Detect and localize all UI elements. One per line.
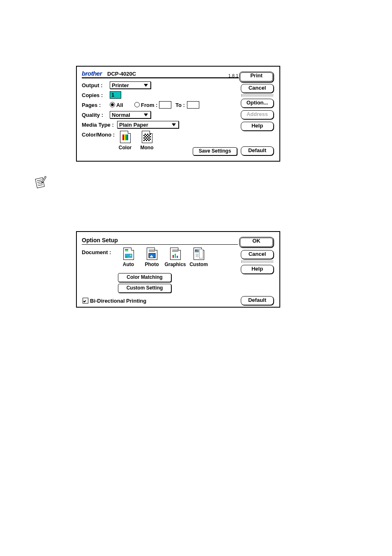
help-button[interactable]: Help [241, 265, 274, 274]
print-dialog: brother DCP-4020C 1.8.1 Output : Copies … [76, 66, 280, 162]
copies-label: Copies : [82, 92, 103, 98]
separator [241, 95, 273, 96]
pages-to-label: To : [175, 102, 185, 108]
svg-rect-7 [125, 249, 128, 250]
photo-doc-icon [147, 248, 157, 260]
pages-to-input[interactable] [187, 101, 199, 109]
document-label: Document : [82, 249, 111, 255]
doc-photo-button[interactable]: Photo [141, 248, 163, 267]
checkbox-icon [83, 298, 88, 303]
output-value: Printer [112, 82, 129, 88]
doc-auto-button[interactable]: Auto [117, 248, 140, 267]
svg-point-11 [130, 255, 131, 256]
output-label: Output : [82, 82, 103, 88]
color-matching-button[interactable]: Color Matching [118, 273, 171, 282]
address-button[interactable]: Address [241, 110, 274, 119]
colormono-label: Color/Mono : [82, 132, 115, 138]
svg-rect-18 [173, 255, 174, 258]
note-icon [34, 176, 48, 190]
pages-all-radio[interactable]: All [110, 102, 123, 108]
media-label: Media Type : [82, 122, 114, 128]
copies-value: 1 [111, 92, 114, 98]
svg-rect-20 [177, 256, 178, 258]
media-value: Plain Paper [119, 122, 148, 128]
header-rule [82, 77, 239, 79]
title-rule [82, 244, 238, 245]
svg-rect-23 [196, 251, 198, 252]
separator [241, 261, 273, 262]
chevron-down-icon [172, 123, 176, 126]
quality-value: Normal [112, 112, 130, 118]
doc-graphics-button[interactable]: Graphics [164, 248, 187, 267]
chevron-down-icon [144, 114, 148, 116]
print-button[interactable]: Print [239, 72, 274, 82]
color-page-icon [120, 131, 131, 143]
custom-setting-button[interactable]: Custom Setting [118, 284, 171, 293]
svg-rect-8 [125, 250, 128, 251]
option-setup-title: Option Setup [82, 237, 118, 243]
brother-logo: brother [82, 70, 102, 77]
media-select[interactable]: Plain Paper [117, 121, 179, 128]
option-setup-dialog: Option Setup Document : Auto [76, 231, 280, 308]
bidirectional-checkbox[interactable]: Bi-Directional Printing [83, 298, 146, 304]
graphics-doc-icon [170, 248, 181, 260]
copies-input[interactable]: 1 [110, 91, 121, 99]
default-button[interactable]: Default [241, 146, 274, 155]
auto-caption: Auto [117, 262, 140, 267]
option-button[interactable]: Option... [241, 99, 274, 108]
custom-doc-icon [194, 248, 204, 260]
doc-custom-button[interactable]: Custom [187, 248, 210, 267]
auto-doc-icon [123, 248, 134, 260]
default-button[interactable]: Default [241, 296, 274, 305]
ok-button[interactable]: OK [239, 237, 274, 248]
quality-label: Quality : [82, 112, 103, 118]
svg-rect-27 [199, 249, 203, 258]
save-settings-button[interactable]: Save Settings [193, 147, 237, 155]
svg-rect-22 [195, 250, 196, 251]
pages-from-input[interactable] [159, 101, 171, 109]
graphics-caption: Graphics [164, 262, 187, 267]
pages-label: Pages : [82, 102, 101, 108]
mono-mode-button[interactable]: Mono [138, 131, 156, 151]
photo-caption: Photo [141, 262, 163, 267]
cancel-button[interactable]: Cancel [241, 250, 274, 259]
svg-rect-0 [35, 178, 44, 188]
color-caption: Color [116, 145, 134, 151]
cancel-button[interactable]: Cancel [241, 84, 274, 93]
quality-select[interactable]: Normal [110, 111, 151, 118]
svg-rect-10 [125, 257, 127, 258]
printer-model: DCP-4020C [107, 71, 136, 77]
chevron-down-icon [144, 84, 148, 87]
color-mode-button[interactable]: Color [116, 131, 134, 151]
mono-page-icon [142, 131, 152, 143]
help-button[interactable]: Help [241, 122, 274, 131]
output-select[interactable]: Printer [110, 81, 151, 89]
custom-caption: Custom [187, 262, 210, 267]
pages-from-radio[interactable]: From : [134, 102, 157, 108]
radio-icon [134, 102, 140, 107]
mono-caption: Mono [138, 145, 156, 151]
radio-icon [110, 102, 115, 107]
svg-rect-19 [175, 254, 176, 258]
